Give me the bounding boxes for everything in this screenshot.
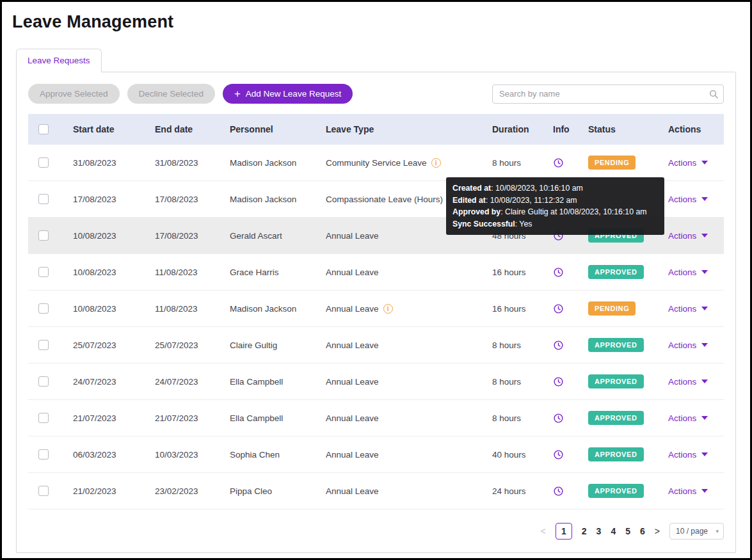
row-checkbox[interactable] (38, 449, 49, 460)
end-date-cell: 17/08/2023 (147, 231, 222, 241)
header-leave-type: Leave Type (318, 124, 484, 134)
info-icon[interactable]: i (383, 304, 393, 314)
toolbar: Approve Selected Decline Selected + Add … (17, 72, 735, 114)
actions-button[interactable]: Actions (668, 450, 708, 460)
status-badge: APPROVED (588, 338, 644, 352)
start-date-cell: 24/07/2023 (65, 377, 147, 387)
table-row: 06/03/2023 10/03/2023 Sophia Chen Annual… (28, 436, 724, 473)
info-cell (545, 486, 580, 497)
info-cell (545, 303, 580, 314)
row-checkbox[interactable] (38, 376, 49, 387)
clock-icon[interactable] (553, 267, 564, 278)
duration-cell: 8 hours (484, 413, 545, 423)
header-actions: Actions (660, 124, 724, 134)
row-checkbox[interactable] (38, 230, 49, 241)
leave-type-cell: Annual Leave i (318, 486, 484, 496)
page-button-2[interactable]: 2 (582, 526, 587, 536)
info-cell (545, 267, 580, 278)
page-button-1[interactable]: 1 (556, 523, 572, 540)
actions-label: Actions (668, 377, 696, 387)
page-button-5[interactable]: 5 (625, 526, 630, 536)
start-date-cell: 25/07/2023 (65, 340, 147, 350)
personnel-cell: Ella Campbell (222, 377, 318, 387)
info-tooltip: Created at: 10/08/2023, 10:16:10 amEdite… (446, 177, 664, 235)
status-cell: PENDING (580, 301, 660, 316)
row-checkbox[interactable] (38, 267, 49, 277)
header-start-date: Start date (65, 124, 147, 134)
status-cell: PENDING (580, 156, 660, 170)
actions-button[interactable]: Actions (668, 304, 708, 314)
actions-label: Actions (668, 231, 696, 241)
info-cell (545, 449, 580, 460)
table-row: 10/08/2023 11/08/2023 Madison Jackson An… (28, 291, 724, 327)
clock-icon[interactable] (553, 376, 564, 387)
add-new-leave-request-button[interactable]: + Add New Leave Request (223, 84, 353, 104)
chevron-down-icon (701, 380, 708, 383)
start-date-cell: 21/02/2023 (65, 486, 147, 496)
personnel-cell: Grace Harris (222, 268, 318, 277)
clock-icon[interactable] (553, 157, 564, 168)
plus-icon: + (234, 88, 241, 99)
status-badge: APPROVED (588, 484, 644, 498)
row-checkbox[interactable] (38, 303, 49, 314)
pagination: < 123456 > 10 / page ▾ (17, 509, 735, 553)
header-duration: Duration (484, 124, 545, 134)
page-size-select[interactable]: 10 / page ▾ (669, 523, 724, 540)
clock-icon[interactable] (553, 486, 564, 497)
chevron-down-icon (701, 270, 708, 274)
clock-icon[interactable] (553, 303, 564, 314)
tooltip-line: Approved by: Claire Gultig at 10/08/2023… (452, 206, 658, 218)
end-date-cell: 24/07/2023 (147, 377, 222, 387)
search-input[interactable] (492, 84, 724, 104)
page-button-6[interactable]: 6 (640, 526, 645, 536)
leave-requests-table: Start date End date Personnel Leave Type… (28, 114, 724, 509)
start-date-cell: 21/07/2023 (65, 413, 147, 423)
row-checkbox[interactable] (38, 340, 49, 350)
clock-icon[interactable] (553, 340, 564, 351)
status-cell: APPROVED (580, 338, 660, 352)
actions-button[interactable]: Actions (668, 195, 708, 204)
page-button-4[interactable]: 4 (611, 526, 616, 536)
status-cell: APPROVED (580, 265, 660, 279)
page-size-value: 10 / page (676, 527, 708, 536)
approve-selected-button[interactable]: Approve Selected (28, 84, 120, 104)
chevron-down-icon (701, 197, 708, 201)
status-badge: PENDING (588, 301, 636, 316)
actions-button[interactable]: Actions (668, 158, 708, 168)
personnel-cell: Claire Gultig (222, 340, 318, 350)
duration-cell: 16 hours (484, 304, 545, 314)
personnel-cell: Gerald Ascart (222, 231, 318, 241)
chevron-down-icon (701, 343, 708, 347)
next-page-icon[interactable]: > (655, 526, 660, 536)
actions-button[interactable]: Actions (668, 340, 708, 350)
actions-button[interactable]: Actions (668, 413, 708, 423)
end-date-cell: 17/08/2023 (147, 195, 222, 204)
select-all-checkbox[interactable] (38, 124, 49, 134)
actions-cell: Actions (660, 268, 724, 277)
actions-button[interactable]: Actions (668, 231, 708, 241)
clock-icon[interactable] (553, 413, 564, 424)
decline-selected-button[interactable]: Decline Selected (127, 84, 215, 104)
add-new-leave-request-label: Add New Leave Request (246, 89, 341, 99)
duration-cell: 8 hours (484, 377, 545, 387)
tab-leave-requests[interactable]: Leave Requests (16, 49, 102, 72)
row-checkbox[interactable] (38, 413, 49, 423)
page-button-3[interactable]: 3 (596, 526, 602, 536)
actions-cell: Actions (660, 450, 724, 460)
actions-label: Actions (668, 340, 696, 350)
prev-page-icon[interactable]: < (541, 526, 546, 536)
row-checkbox[interactable] (38, 486, 49, 496)
row-checkbox[interactable] (38, 157, 49, 168)
clock-icon[interactable] (553, 449, 564, 460)
chevron-down-icon (701, 307, 708, 310)
tooltip-line: Sync Successful: Yes (452, 218, 658, 230)
row-checkbox[interactable] (38, 194, 49, 204)
actions-label: Actions (668, 486, 696, 496)
actions-button[interactable]: Actions (668, 268, 708, 277)
actions-button[interactable]: Actions (668, 377, 708, 387)
duration-cell: 16 hours (484, 268, 545, 277)
status-badge: APPROVED (588, 447, 644, 461)
personnel-cell: Ella Campbell (222, 413, 318, 423)
actions-button[interactable]: Actions (668, 486, 708, 496)
info-icon[interactable]: i (431, 158, 441, 168)
